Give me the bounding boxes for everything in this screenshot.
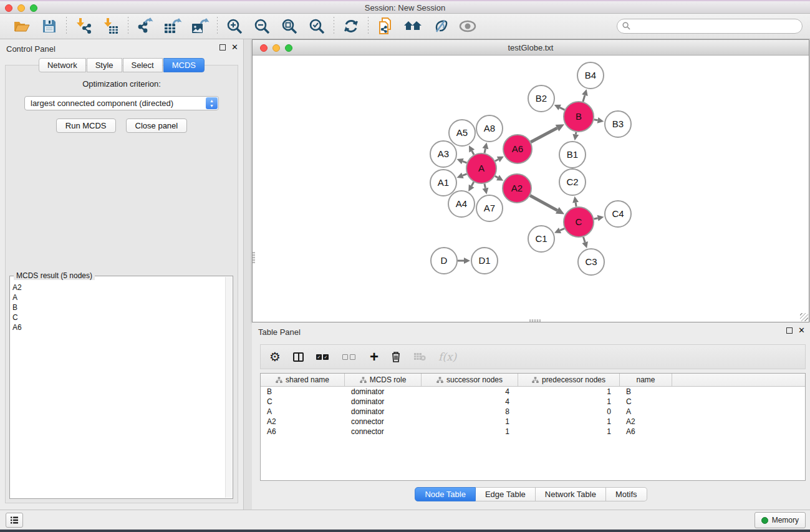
node-label-C1: C1: [535, 233, 547, 244]
table-row[interactable]: Bdominator41B: [261, 387, 805, 397]
mcds-result-list[interactable]: A2ABCA6: [12, 283, 225, 497]
table-cell: 0: [518, 407, 620, 416]
bottom-edge-grip[interactable]: [529, 319, 541, 322]
table-row[interactable]: Adominator80A: [261, 407, 805, 417]
refresh-layout-icon[interactable]: [342, 17, 360, 36]
table-header-row: shared nameMCDS rolesuccessor nodesprede…: [261, 374, 805, 387]
edge-C-C4[interactable]: [594, 218, 597, 219]
edge-A2-C[interactable]: [530, 195, 557, 210]
result-scrollbar[interactable]: [225, 277, 232, 498]
tab-network[interactable]: Network: [39, 58, 86, 72]
edge-C-C2[interactable]: [576, 203, 576, 207]
table-cell: dominator: [345, 387, 422, 396]
table-row[interactable]: Cdominator41C: [261, 397, 805, 407]
edge-A6-B[interactable]: [531, 128, 557, 142]
function-builder-icon[interactable]: f(x): [438, 349, 456, 365]
edge-A-A4[interactable]: [471, 182, 474, 186]
close-panel-button[interactable]: Close panel: [126, 118, 188, 133]
criterion-select[interactable]: largest connected component (directed) ▲…: [24, 96, 219, 110]
tab-motifs[interactable]: Motifs: [606, 487, 647, 501]
edge-C-C1[interactable]: [560, 228, 564, 230]
network-window-titlebar[interactable]: testGlobe.txt: [253, 40, 809, 56]
column-header-predecessor-nodes[interactable]: predecessor nodes: [518, 374, 620, 386]
control-panel: Control Panel ✕ NetworkStyleSelectMCDS O…: [0, 39, 244, 510]
memory-button[interactable]: Memory: [755, 512, 806, 528]
tab-network-table[interactable]: Network Table: [536, 487, 606, 501]
tab-select[interactable]: Select: [123, 58, 163, 72]
node-table[interactable]: shared nameMCDS rolesuccessor nodesprede…: [260, 373, 806, 481]
edge-A-A8[interactable]: [485, 148, 485, 153]
result-item[interactable]: A2: [12, 283, 225, 293]
export-table-icon[interactable]: [163, 17, 182, 36]
edge-A-A6[interactable]: [495, 159, 498, 161]
edge-A-A7[interactable]: [485, 183, 485, 188]
edge-B-B2[interactable]: [560, 107, 565, 110]
zoom-in-icon[interactable]: [225, 17, 244, 36]
delete-table-icon[interactable]: [413, 349, 426, 365]
search-input[interactable]: [617, 19, 803, 34]
tab-mcds[interactable]: MCDS: [163, 58, 205, 72]
node-label-C: C: [576, 216, 582, 227]
column-header-name[interactable]: name: [620, 374, 672, 386]
home-icon[interactable]: [403, 17, 422, 36]
edge-B-B1[interactable]: [576, 132, 576, 135]
edge-A-A3[interactable]: [463, 162, 467, 163]
float-panel-icon[interactable]: [219, 44, 226, 51]
close-table-panel-icon[interactable]: ✕: [798, 327, 805, 334]
result-item[interactable]: A: [12, 293, 225, 302]
column-header-MCDS-role[interactable]: MCDS role: [345, 374, 422, 386]
zoom-fit-icon[interactable]: [280, 17, 299, 36]
edge-A-A2[interactable]: [495, 176, 498, 178]
close-panel-icon[interactable]: ✕: [231, 44, 238, 51]
network-graph[interactable]: B4B2BB3A5A8A6A3AB1A1A2C2A4A7C4CC1DD1C3: [253, 56, 809, 322]
float-table-panel-icon[interactable]: [786, 327, 793, 334]
column-header-shared-name[interactable]: shared name: [261, 374, 345, 386]
run-mcds-button[interactable]: Run MCDS: [56, 118, 116, 133]
import-table-icon[interactable]: [102, 17, 120, 36]
deselect-all-icon[interactable]: [342, 349, 357, 365]
left-edge-grip[interactable]: [253, 252, 255, 263]
result-item[interactable]: C: [12, 312, 225, 322]
table-cell: 1: [422, 417, 518, 426]
select-all-icon[interactable]: ✓✓: [316, 349, 330, 365]
duplicate-network-icon[interactable]: [376, 17, 395, 36]
open-file-icon[interactable]: [12, 17, 31, 36]
column-visibility-icon[interactable]: [293, 349, 304, 365]
tab-style[interactable]: Style: [87, 58, 122, 72]
zoom-selected-icon[interactable]: [307, 17, 326, 36]
column-header-successor-nodes[interactable]: successor nodes: [422, 374, 518, 386]
table-cell: A2: [620, 417, 672, 426]
table-row[interactable]: A6connector11A6: [261, 427, 805, 437]
resize-grip[interactable]: [800, 313, 808, 321]
tab-node-table[interactable]: Node Table: [415, 487, 476, 501]
tab-edge-table[interactable]: Edge Table: [476, 487, 536, 501]
memory-label: Memory: [772, 516, 799, 525]
export-network-icon[interactable]: [136, 17, 155, 36]
edge-A-A5[interactable]: [472, 151, 474, 155]
arrowhead: [483, 143, 489, 150]
network-canvas[interactable]: B4B2BB3A5A8A6A3AB1A1A2C2A4A7C4CC1DD1C3: [253, 56, 809, 322]
export-image-icon[interactable]: [191, 17, 210, 36]
table-row[interactable]: A2connector11A2: [261, 417, 805, 427]
titlebar: Session: New Session: [0, 0, 810, 14]
zoom-out-icon[interactable]: [253, 17, 271, 36]
hide-labels-icon[interactable]: [431, 17, 450, 36]
table-cell: dominator: [345, 397, 422, 406]
eye-icon[interactable]: [458, 17, 477, 36]
table-settings-icon[interactable]: ⚙: [269, 349, 281, 365]
add-column-icon[interactable]: +: [370, 349, 378, 365]
save-session-icon[interactable]: [40, 17, 59, 36]
control-panel-title: Control Panel: [6, 44, 55, 54]
result-item[interactable]: A6: [12, 322, 225, 332]
edge-B-B3[interactable]: [594, 120, 598, 120]
result-item[interactable]: B: [12, 302, 225, 312]
import-network-icon[interactable]: [74, 17, 93, 36]
table-cell: connector: [345, 427, 422, 436]
delete-column-icon[interactable]: [391, 349, 401, 365]
edge-C-C3[interactable]: [583, 237, 585, 243]
table-cell: A6: [620, 427, 672, 436]
show-panels-button[interactable]: [6, 513, 23, 528]
edge-A-A1[interactable]: [463, 174, 467, 176]
memory-status-icon: [761, 517, 768, 524]
edge-B-B4[interactable]: [583, 95, 585, 102]
